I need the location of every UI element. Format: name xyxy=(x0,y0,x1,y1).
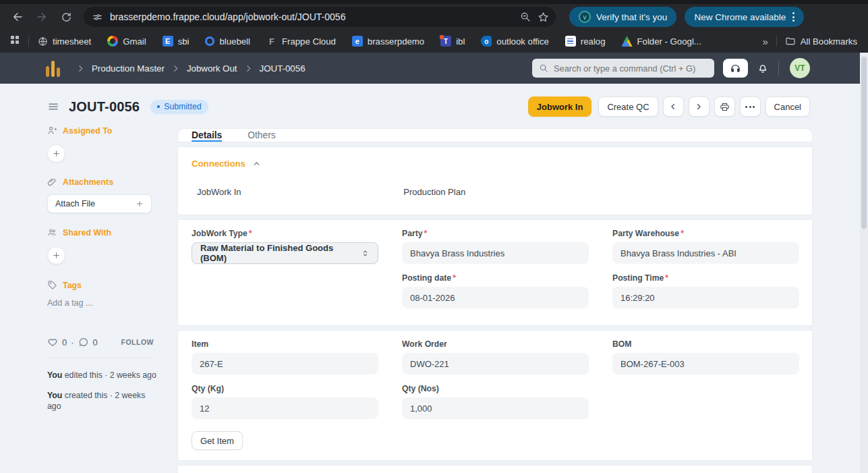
required-mark: * xyxy=(453,273,456,283)
connections-section: Connections JobWork In Production Plan xyxy=(177,146,813,215)
chrome-menu-icon[interactable] xyxy=(792,12,794,22)
chevron-right-icon xyxy=(76,64,85,73)
address-bar[interactable]: brasserpdemo.frappe.cloud/app/jobwork-ou… xyxy=(84,7,556,27)
follow-button[interactable]: FOLLOW xyxy=(121,338,154,346)
jobwork-type-select[interactable]: Raw Material to Finished Goods (BOM) xyxy=(192,242,378,264)
add-assignment-button[interactable] xyxy=(47,144,65,163)
bookmark-google-drive-folder[interactable]: Folder - Googl... xyxy=(622,36,701,47)
divider xyxy=(47,358,154,358)
add-tag-input[interactable]: Add a tag ... xyxy=(47,298,152,308)
screen: brasserpdemo.frappe.cloud/app/jobwork-ou… xyxy=(0,0,868,473)
field-qty-nos: Qty (Nos) 1,000 xyxy=(402,384,589,419)
breadcrumb-workspace[interactable]: Production Master xyxy=(92,63,165,74)
posting-date-input[interactable]: 08-01-2026 xyxy=(402,287,589,308)
chevron-up-icon[interactable] xyxy=(252,159,261,168)
divider xyxy=(776,36,777,47)
tab-others[interactable]: Others xyxy=(248,129,275,142)
page-scrollbar[interactable] xyxy=(860,53,868,473)
chevron-right-icon xyxy=(171,64,180,73)
connection-link-jobwork-in[interactable]: JobWork In xyxy=(197,187,380,197)
bom-input[interactable]: BOM-267-E-003 xyxy=(612,353,799,374)
user-avatar[interactable]: VT xyxy=(790,58,810,78)
jobwork-details-section: JobWork Type* Raw Material to Finished G… xyxy=(177,219,813,326)
previous-document-button[interactable] xyxy=(663,96,684,117)
page-title: JOUT-0056 xyxy=(69,99,140,115)
url-text[interactable]: brasserpdemo.frappe.cloud/app/jobwork-ou… xyxy=(110,11,513,22)
item-input[interactable]: 267-E xyxy=(192,353,378,374)
field-party-warehouse: Party Warehouse* Bhavya Brass Industries… xyxy=(612,229,799,264)
bookmark-outlook-office[interactable]: o outlook office xyxy=(481,36,548,47)
heart-icon[interactable] xyxy=(47,337,58,347)
create-qc-button[interactable]: Create QC xyxy=(598,96,658,117)
comment-count[interactable]: 0 xyxy=(93,337,98,347)
erpnext-favicon: e xyxy=(352,36,363,47)
shared-with-section: Shared With xyxy=(47,227,152,238)
tab-details[interactable]: Details xyxy=(192,129,222,142)
field-jobwork-type: JobWork Type* Raw Material to Finished G… xyxy=(192,229,378,308)
qty-kg-input[interactable]: 12 xyxy=(192,397,378,419)
bookmark-bluebell[interactable]: bluebell xyxy=(205,36,250,47)
connection-link-production-plan[interactable]: Production Plan xyxy=(403,187,586,197)
zoom-indicator-icon[interactable] xyxy=(520,11,531,22)
reload-icon[interactable] xyxy=(55,7,77,27)
bookmark-brasserpdemo[interactable]: e brasserpdemo xyxy=(352,36,424,47)
bookmark-gmail[interactable]: Gmail xyxy=(107,36,146,47)
required-mark: * xyxy=(249,229,252,238)
scrollbar-thumb[interactable] xyxy=(861,57,867,229)
notifications-bell-icon[interactable] xyxy=(757,62,769,74)
like-count[interactable]: 0 xyxy=(62,337,67,347)
tag-icon xyxy=(47,280,57,290)
bookmark-timesheet[interactable]: timesheet xyxy=(37,36,91,47)
field-item: Item 267-E xyxy=(192,339,378,374)
required-mark: * xyxy=(665,273,668,283)
next-document-button[interactable] xyxy=(689,96,710,117)
verify-identity-button[interactable]: v Verify that it's you xyxy=(569,7,676,27)
support-button[interactable] xyxy=(723,59,748,78)
form-card: Details Others Connections JobWork In Pr… xyxy=(177,121,813,473)
back-icon[interactable] xyxy=(7,7,28,27)
jobwork-in-button[interactable]: Jobwork In xyxy=(528,96,592,117)
bookmarks-overflow-icon[interactable]: » xyxy=(762,36,768,47)
get-item-button[interactable]: Get Item xyxy=(192,431,243,450)
breadcrumb-doctype[interactable]: Jobwork Out xyxy=(187,63,237,74)
more-actions-button[interactable] xyxy=(740,96,761,117)
breadcrumb-document[interactable]: JOUT-0056 xyxy=(260,63,306,74)
divider xyxy=(778,61,779,76)
material-out-section: Material Out xyxy=(177,465,813,473)
bookmark-sbi[interactable]: E sbi xyxy=(163,36,190,47)
bookmark-realog[interactable]: realog xyxy=(565,36,606,47)
forward-icon[interactable] xyxy=(31,7,53,27)
bookmark-frappe-cloud[interactable]: F Frappe Cloud xyxy=(266,36,336,47)
new-chrome-available-button[interactable]: New Chrome available xyxy=(685,7,804,27)
bookmark-star-icon[interactable] xyxy=(538,11,549,23)
global-search[interactable] xyxy=(532,59,714,78)
print-button[interactable] xyxy=(714,96,735,117)
divider xyxy=(28,36,29,47)
bookmark-ibl[interactable]: T ibl xyxy=(440,36,465,47)
sbi-favicon: E xyxy=(163,36,173,47)
work-order-input[interactable]: DWO-221 xyxy=(402,353,589,374)
field-bom: BOM BOM-267-E-003 xyxy=(612,339,799,374)
posting-time-input[interactable]: 16:29:20 xyxy=(612,287,799,308)
browser-toolbar: brasserpdemo.frappe.cloud/app/jobwork-ou… xyxy=(0,0,868,30)
apps-grid-icon[interactable] xyxy=(9,34,20,48)
qty-nos-input[interactable]: 1,000 xyxy=(402,397,589,419)
cancel-button[interactable]: Cancel xyxy=(765,96,810,117)
update-label: New Chrome available xyxy=(694,12,786,22)
doc-favicon xyxy=(565,36,576,47)
party-warehouse-input[interactable]: Bhavya Brass Industries - ABI xyxy=(612,242,799,264)
site-settings-icon[interactable] xyxy=(92,11,103,23)
party-input[interactable]: Bhavya Brass Industries xyxy=(402,242,589,264)
app-logo[interactable] xyxy=(46,59,60,77)
menu-hamburger-icon[interactable] xyxy=(47,101,59,113)
ring-icon xyxy=(205,36,214,46)
folder-icon xyxy=(785,36,796,47)
attach-file-button[interactable]: Attach File xyxy=(47,194,152,213)
outlook-favicon: o xyxy=(481,36,492,47)
verify-icon: v xyxy=(579,11,591,23)
search-icon xyxy=(539,63,548,73)
comment-icon[interactable] xyxy=(78,337,89,347)
search-input[interactable] xyxy=(554,63,707,74)
all-bookmarks-button[interactable]: All Bookmarks xyxy=(785,36,857,47)
add-share-button[interactable] xyxy=(47,246,65,265)
